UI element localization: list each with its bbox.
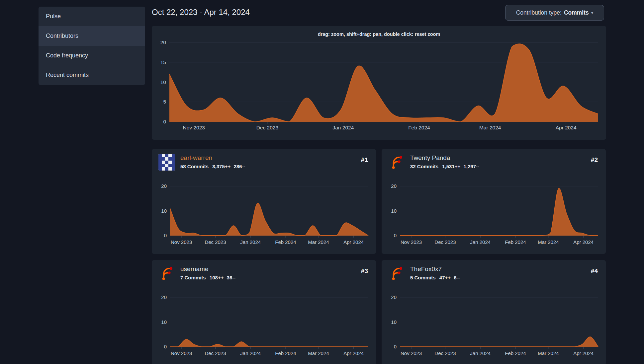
svg-text:Feb 2024: Feb 2024 <box>275 239 296 245</box>
svg-text:0: 0 <box>394 233 397 238</box>
svg-text:5: 5 <box>163 99 166 105</box>
contributor-commits-chart[interactable]: 01020Nov 2023Dec 2023Jan 2024Feb 2024Mar… <box>382 182 606 251</box>
svg-text:Mar 2024: Mar 2024 <box>308 239 329 245</box>
svg-text:Dec 2023: Dec 2023 <box>256 125 278 130</box>
overall-commits-panel: drag: zoom, shift+drag: pan, double clic… <box>152 26 606 140</box>
svg-text:Apr 2024: Apr 2024 <box>343 239 364 245</box>
svg-text:Mar 2024: Mar 2024 <box>538 350 559 356</box>
contributor-stats: 5 Commits 47++ 6-- <box>410 275 460 280</box>
svg-text:Nov 2023: Nov 2023 <box>171 239 192 245</box>
svg-text:Apr 2024: Apr 2024 <box>573 239 594 245</box>
contributor-rank: #1 <box>361 156 368 164</box>
svg-text:10: 10 <box>391 319 397 325</box>
svg-text:Dec 2023: Dec 2023 <box>434 239 456 245</box>
commit-count: 5 Commits <box>410 275 436 280</box>
zoom-hint-text: drag: zoom, shift+drag: pan, double clic… <box>152 32 606 37</box>
contributor-name-link[interactable]: Twenty Panda <box>410 154 450 162</box>
sidebar-item-code-frequency[interactable]: Code frequency <box>39 46 145 65</box>
chevron-down-icon: ▾ <box>591 10 594 15</box>
commit-count: 32 Commits <box>410 164 438 169</box>
svg-text:Apr 2024: Apr 2024 <box>556 125 577 130</box>
svg-text:Mar 2024: Mar 2024 <box>538 239 559 245</box>
svg-text:10: 10 <box>161 208 167 214</box>
svg-text:10: 10 <box>391 208 397 214</box>
contributors-page: Pulse Contributors Code frequency Recent… <box>0 0 644 364</box>
pixel-identicon-icon <box>158 154 175 171</box>
svg-text:20: 20 <box>160 39 166 45</box>
svg-text:Jan 2024: Jan 2024 <box>470 239 491 245</box>
svg-text:20: 20 <box>161 294 167 300</box>
contributor-stats: 58 Commits 3,375++ 286-- <box>180 164 245 169</box>
svg-text:20: 20 <box>391 294 397 300</box>
contributor-commits-chart[interactable]: 01020Nov 2023Dec 2023Jan 2024Feb 2024Mar… <box>152 293 376 362</box>
contributor-card: Twenty Panda 32 Commits 1,531++ 1,297-- … <box>382 149 606 254</box>
contributor-stats: 7 Commits 108++ 36-- <box>180 275 235 280</box>
additions-count: 3,375++ <box>212 164 230 169</box>
svg-text:0: 0 <box>394 344 397 349</box>
additions-count: 108++ <box>210 275 224 280</box>
sidebar-item-contributors[interactable]: Contributors <box>39 26 145 46</box>
contributor-cards-grid: earl-warren 58 Commits 3,375++ 286-- #1 … <box>152 149 606 364</box>
svg-text:Nov 2023: Nov 2023 <box>171 350 192 356</box>
svg-text:Nov 2023: Nov 2023 <box>401 239 422 245</box>
deletions-count: 6-- <box>454 275 460 280</box>
contribution-type-dropdown[interactable]: Contribution type: Commits ▾ <box>505 5 604 21</box>
contributor-card: TheFox0x7 5 Commits 47++ 6-- #4 01020Nov… <box>382 260 606 364</box>
contributor-rank: #2 <box>591 156 598 164</box>
svg-text:Feb 2024: Feb 2024 <box>505 239 526 245</box>
contributor-commits-chart[interactable]: 01020Nov 2023Dec 2023Jan 2024Feb 2024Mar… <box>152 182 376 251</box>
forgejo-logo-icon <box>388 154 405 171</box>
svg-text:Jan 2024: Jan 2024 <box>332 125 354 130</box>
svg-text:Nov 2023: Nov 2023 <box>183 125 205 130</box>
deletions-count: 36-- <box>227 275 236 280</box>
svg-text:Jan 2024: Jan 2024 <box>240 350 261 356</box>
deletions-count: 286-- <box>233 164 245 169</box>
svg-text:0: 0 <box>164 233 167 238</box>
svg-text:Dec 2023: Dec 2023 <box>205 350 226 356</box>
contributor-avatar <box>388 265 405 282</box>
svg-text:Feb 2024: Feb 2024 <box>408 125 430 130</box>
contributor-name-link[interactable]: TheFox0x7 <box>410 265 442 273</box>
date-range-title: Oct 22, 2023 - Apr 14, 2024 <box>152 8 250 17</box>
svg-text:Apr 2024: Apr 2024 <box>343 350 364 356</box>
svg-text:Dec 2023: Dec 2023 <box>205 239 226 245</box>
additions-count: 47++ <box>439 275 451 280</box>
contributor-card: username 7 Commits 108++ 36-- #3 01020No… <box>152 260 376 364</box>
contributor-avatar <box>158 265 175 282</box>
contributor-commits-chart[interactable]: 01020Nov 2023Dec 2023Jan 2024Feb 2024Mar… <box>382 293 606 362</box>
svg-text:10: 10 <box>161 319 167 325</box>
contributor-name-link[interactable]: username <box>180 265 209 273</box>
svg-text:Feb 2024: Feb 2024 <box>275 350 296 356</box>
commit-count: 58 Commits <box>180 164 209 169</box>
contributor-stats: 32 Commits 1,531++ 1,297-- <box>410 164 479 169</box>
svg-text:0: 0 <box>164 344 167 349</box>
svg-text:20: 20 <box>161 183 167 189</box>
forgejo-logo-icon <box>388 265 405 282</box>
contributor-rank: #3 <box>361 267 368 275</box>
activity-sidebar: Pulse Contributors Code frequency Recent… <box>39 7 145 85</box>
contributor-rank: #4 <box>591 267 598 275</box>
svg-text:10: 10 <box>160 79 166 85</box>
svg-text:Feb 2024: Feb 2024 <box>505 350 526 356</box>
overall-commits-chart[interactable]: 05101520Nov 2023Dec 2023Jan 2024Feb 2024… <box>152 39 606 139</box>
svg-text:Mar 2024: Mar 2024 <box>308 350 329 356</box>
sidebar-item-pulse[interactable]: Pulse <box>39 7 145 26</box>
svg-text:Apr 2024: Apr 2024 <box>573 350 594 356</box>
contribution-type-label: Contribution type: <box>516 9 562 16</box>
svg-text:Jan 2024: Jan 2024 <box>470 350 491 356</box>
contributor-card: earl-warren 58 Commits 3,375++ 286-- #1 … <box>152 149 376 254</box>
sidebar-item-recent-commits[interactable]: Recent commits <box>39 65 145 85</box>
contributor-avatar <box>388 154 405 171</box>
additions-count: 1,531++ <box>442 164 460 169</box>
svg-text:15: 15 <box>160 59 166 65</box>
svg-text:0: 0 <box>163 119 166 124</box>
contributor-avatar <box>158 154 175 171</box>
svg-text:Nov 2023: Nov 2023 <box>401 350 422 356</box>
svg-text:Jan 2024: Jan 2024 <box>240 239 261 245</box>
svg-text:20: 20 <box>391 183 397 189</box>
commit-count: 7 Commits <box>180 275 206 280</box>
svg-text:Mar 2024: Mar 2024 <box>479 125 501 130</box>
forgejo-logo-icon <box>158 265 175 282</box>
contributor-name-link[interactable]: earl-warren <box>180 154 212 162</box>
contribution-type-value: Commits <box>564 9 589 16</box>
